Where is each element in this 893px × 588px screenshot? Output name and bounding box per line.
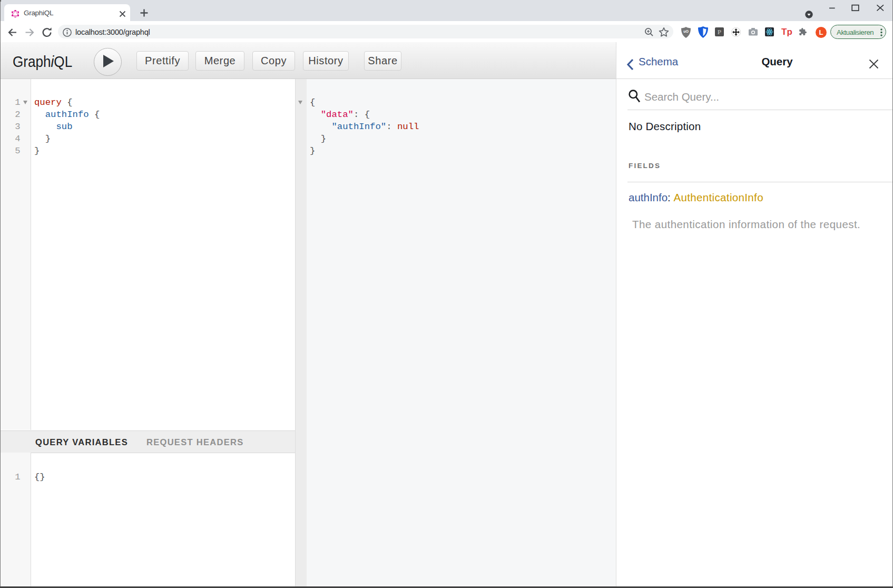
- svg-text:P: P: [718, 28, 721, 36]
- svg-text:uO: uO: [683, 30, 689, 33]
